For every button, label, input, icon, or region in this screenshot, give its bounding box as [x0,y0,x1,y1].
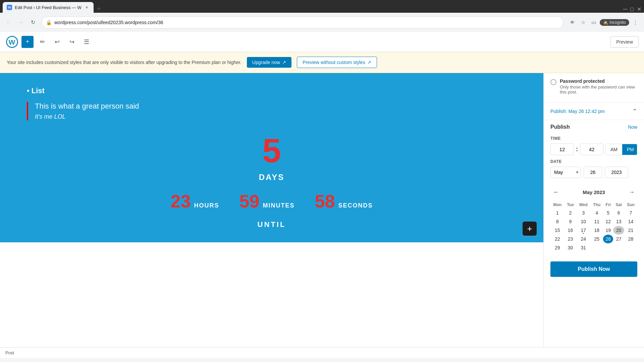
publish-row: Publish Now [544,120,644,132]
preview-without-custom-btn[interactable]: Preview without custom styles ↗ [297,57,377,68]
cal-day[interactable]: 27 [613,235,624,243]
cal-day[interactable]: 15 [550,226,565,235]
cal-day[interactable]: 1 [550,208,565,217]
redo-btn[interactable]: ↪ [66,36,78,48]
cal-day-empty [590,243,603,252]
browser-chrome: W Edit Post ‹ UI Feed Business — W ✕ + ─… [0,0,644,32]
back-btn[interactable]: ← [4,18,13,27]
preview-btn[interactable]: Preview [610,36,639,48]
time-row: : AM PM [550,143,637,155]
cal-day[interactable]: 31 [576,243,590,252]
day-input[interactable] [584,167,602,178]
sidebar-toggle-btn[interactable]: ▭ [589,18,598,27]
new-tab-btn[interactable]: + [94,5,104,13]
cal-day[interactable]: 30 [565,243,577,252]
publish-now-btn[interactable]: Publish Now [550,261,637,277]
password-protected-radio[interactable] [550,79,556,85]
time-field-label: TIME [550,136,637,141]
cal-day[interactable]: 19 [603,226,613,235]
cal-day[interactable]: 5 [603,208,613,217]
eye-icon[interactable]: 👁 [568,18,577,27]
cal-day-empty [624,243,637,252]
cal-day[interactable]: 29 [550,243,565,252]
cal-day-26-selected[interactable]: 26 [603,235,613,243]
ampm-group: AM PM [605,144,637,155]
notification-message: Your site includes customized styles tha… [7,60,241,65]
cal-day[interactable]: 28 [624,235,637,243]
cal-day[interactable]: 11 [590,217,603,226]
cal-day[interactable]: 4 [590,208,603,217]
cal-header-fri: Fri [603,201,613,208]
quote-block: This is what a great person said It's me… [27,102,139,120]
wp-toolbar: W + ✏ ↩ ↪ ☰ Preview [0,32,644,52]
date-row: May January February March April June Ju… [550,167,637,178]
list-view-btn[interactable]: ☰ [80,36,93,48]
cal-header-sun: Sun [624,201,637,208]
undo-btn[interactable]: ↩ [51,36,63,48]
incognito-label: Incognito [609,20,626,25]
window-max-btn[interactable]: ☐ [630,7,634,12]
address-bar[interactable]: 🔒 wordpress.com/post/uifeed20235.wordpre… [42,16,564,28]
cal-day[interactable]: 18 [590,226,603,235]
password-protected-desc: Only those with the password can view th… [560,84,637,95]
seconds-num: 58 [315,191,335,212]
password-protected-section: Password protected Only those with the p… [544,73,644,103]
incognito-icon: 🕵 [603,20,608,25]
minutes-input[interactable] [580,143,603,155]
seconds-label: SECONDS [338,202,373,209]
more-btn[interactable]: ⋮ [631,18,640,27]
now-link[interactable]: Now [628,124,637,130]
add-block-toolbar-btn[interactable]: + [21,36,34,48]
forward-btn[interactable]: → [16,18,25,27]
cal-day-17[interactable]: 17 [576,226,590,235]
bottom-bar-label: Post [5,350,14,355]
window-close-btn[interactable]: ✕ [637,6,641,12]
am-btn[interactable]: AM [606,144,622,155]
cal-day[interactable]: 23 [565,235,577,243]
active-tab[interactable]: W Edit Post ‹ UI Feed Business — W ✕ [3,2,94,13]
cal-day[interactable]: 21 [624,226,637,235]
seconds-item: 58 SECONDS [315,191,373,212]
refresh-btn[interactable]: ↻ [28,18,38,27]
publish-label-text: Publish: [550,109,567,114]
time-separator: : [576,146,578,153]
window-min-btn[interactable]: ─ [623,6,627,13]
cal-prev-btn[interactable]: ← [550,187,562,197]
cal-day[interactable]: 2 [565,208,577,217]
cal-next-btn[interactable]: → [626,187,637,197]
main-content: • List This is what a great person said … [0,73,543,347]
pm-btn[interactable]: PM [622,144,637,155]
cal-day[interactable]: 16 [565,226,577,235]
cal-day[interactable]: 12 [603,217,613,226]
star-icon[interactable]: ☆ [578,18,588,27]
cal-week-4: 22 23 24 25 26 27 28 [550,235,637,243]
hours-input[interactable] [550,143,574,155]
cal-day[interactable]: 25 [590,235,603,243]
add-block-btn[interactable]: + [523,222,537,236]
cal-day[interactable]: 9 [565,217,577,226]
cal-day[interactable]: 22 [550,235,565,243]
cal-day[interactable]: 13 [613,217,624,226]
cal-day[interactable]: 14 [624,217,637,226]
calendar: ← May 2023 → Mon Tue Wed Thu Fri Sat Sun [544,183,644,256]
upgrade-now-btn[interactable]: Upgrade now ↗ [247,57,291,68]
cal-day[interactable]: 8 [550,217,565,226]
cal-week-1: 1 2 3 4 5 6 7 [550,208,637,217]
year-input[interactable] [605,167,628,178]
cal-day[interactable]: 3 [576,208,590,217]
browser-tabs: W Edit Post ‹ UI Feed Business — W ✕ + ─… [0,0,644,13]
tab-close-btn[interactable]: ✕ [84,5,90,10]
collapse-publish-btn[interactable]: ⌃ [632,108,637,115]
cal-day[interactable]: 10 [576,217,590,226]
tools-btn[interactable]: ✏ [36,36,48,48]
cal-day[interactable]: 6 [613,208,624,217]
month-select[interactable]: May January February March April June Ju… [550,167,581,178]
publish-now-section: Publish Now [544,256,644,282]
upgrade-label: Upgrade now [252,60,280,65]
cal-day[interactable]: 7 [624,208,637,217]
cal-week-5: 29 30 31 [550,243,637,252]
cal-day-20[interactable]: 20 [613,226,624,235]
list-item-header: • List [27,86,45,95]
cal-day[interactable]: 24 [576,235,590,243]
sidebar: Password protected Only those with the p… [543,73,644,347]
